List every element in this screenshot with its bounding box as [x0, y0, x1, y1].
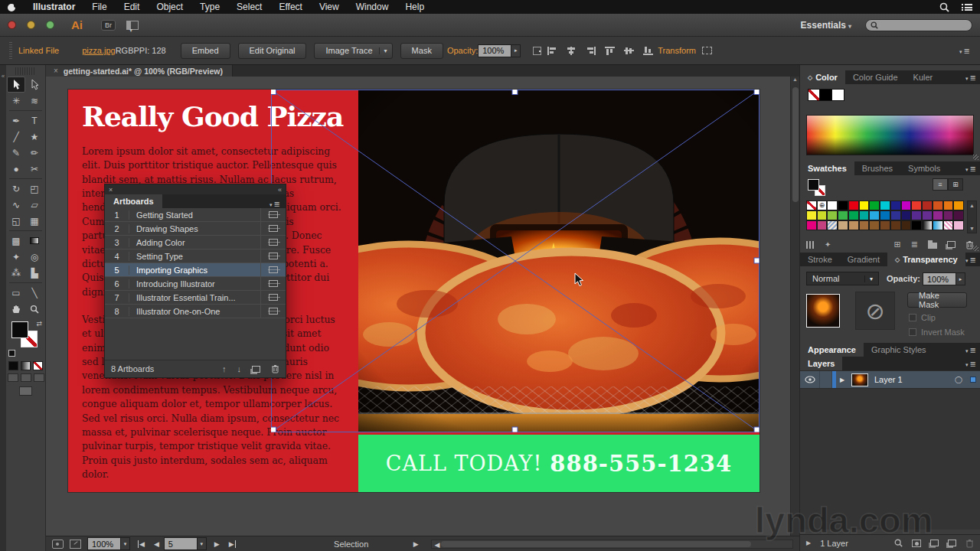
swatch-color[interactable]	[880, 210, 890, 220]
tab-transparency[interactable]: ◇Transparency	[887, 253, 965, 266]
gradient-tool[interactable]	[25, 233, 44, 249]
artboard-icon[interactable]	[261, 294, 286, 301]
artboard-name[interactable]: Drawing Shapes	[129, 222, 261, 235]
document-tab[interactable]: × getting-started.ai* @ 100% (RGB/Previe…	[46, 65, 233, 77]
swatch-color[interactable]	[859, 201, 870, 210]
symbol-sprayer-tool[interactable]: ⁂	[7, 265, 25, 281]
grid-view-button[interactable]: ⊞	[948, 178, 963, 191]
transparency-panel-menu-icon[interactable]	[965, 256, 977, 264]
swatch-color[interactable]	[922, 210, 933, 220]
close-tab-icon[interactable]: ×	[54, 67, 58, 75]
move-artboard-up-icon[interactable]: ↑	[222, 364, 227, 373]
swatch-color[interactable]	[933, 201, 943, 210]
swatch-color[interactable]	[911, 201, 922, 210]
menu-select[interactable]: Select	[237, 2, 262, 12]
artboard-row-5[interactable]: 5Importing Graphics	[105, 263, 286, 277]
swatch-color[interactable]	[890, 210, 901, 220]
dock-footer-expand-icon[interactable]: ▶	[806, 540, 811, 546]
tab-swatches[interactable]: Swatches	[800, 161, 854, 175]
swatch-color[interactable]	[911, 210, 922, 220]
color-panel-menu-icon[interactable]	[965, 73, 977, 82]
blend-tool[interactable]: ◎	[25, 249, 44, 265]
apple-menu-icon[interactable]	[8, 2, 16, 11]
canvas[interactable]: Really Good Pizza Lorem ipsum dolor sit …	[46, 77, 790, 536]
fill-stroke-control[interactable]: ⇄	[6, 320, 44, 358]
pencil-tool[interactable]: ✏	[25, 145, 44, 161]
swap-fill-stroke-icon[interactable]: ⇄	[36, 320, 42, 328]
type-tool[interactable]: T	[25, 112, 44, 129]
zoom-tool[interactable]	[25, 301, 44, 317]
swatch-color[interactable]	[880, 201, 890, 210]
swatch-color[interactable]	[922, 201, 933, 210]
blob-brush-tool[interactable]: ●	[7, 161, 25, 177]
artboard-name[interactable]: Importing Graphics	[129, 263, 261, 276]
column-graph-tool[interactable]: ▙	[25, 265, 44, 281]
bounding-box-icon[interactable]	[702, 47, 712, 54]
mesh-tool[interactable]: ▩	[7, 233, 25, 249]
menu-file[interactable]: File	[92, 2, 106, 12]
scissors-tool[interactable]: ✂	[25, 161, 44, 177]
artboard-name[interactable]: Illustrator One-on-One	[129, 305, 261, 318]
zoom-window-button[interactable]	[46, 21, 54, 29]
status-refresh-icon[interactable]	[52, 540, 64, 549]
edit-original-button[interactable]: Edit Original	[238, 43, 307, 59]
opacity-label[interactable]: Opacity:	[447, 46, 478, 55]
artboard-icon[interactable]	[261, 308, 286, 315]
swatches-fill-indicator[interactable]	[808, 179, 819, 191]
swatch-pattern[interactable]	[827, 220, 838, 230]
vertical-scrollbar-thumb[interactable]	[792, 87, 799, 202]
color-spectrum[interactable]	[806, 115, 974, 155]
menu-window[interactable]: Window	[356, 2, 389, 12]
move-artboard-down-icon[interactable]: ↓	[237, 364, 242, 373]
lasso-tool[interactable]: ≋	[25, 93, 44, 109]
pizza-photo[interactable]	[358, 90, 760, 432]
swatch-color[interactable]	[848, 210, 859, 220]
swatch-color[interactable]	[901, 210, 912, 220]
eyedropper-tool[interactable]: ✦	[7, 249, 25, 265]
swatch-color[interactable]	[890, 220, 901, 230]
first-artboard-button[interactable]: ◀	[138, 540, 145, 548]
tab-layers[interactable]: Layers	[800, 357, 842, 370]
fill-swatch[interactable]	[11, 321, 28, 338]
swatch-libraries-icon[interactable]	[806, 241, 815, 249]
zoom-level-field[interactable]: 100%	[87, 537, 121, 550]
swatch-color[interactable]	[848, 201, 859, 210]
vertical-scrollbar[interactable]: ▲	[790, 77, 799, 536]
tab-color-guide[interactable]: Color Guide	[845, 70, 906, 84]
shape-builder-tool[interactable]: ◱	[7, 213, 25, 229]
artboard-row-3[interactable]: 3Adding Color	[105, 236, 286, 249]
swatch-color[interactable]	[953, 201, 964, 210]
artboard-name[interactable]: Adding Color	[129, 236, 261, 249]
zoom-level-dropdown[interactable]: ▾	[121, 537, 130, 550]
none-swatch-icon[interactable]	[808, 89, 820, 101]
artboard-number-field[interactable]: 5	[164, 537, 198, 550]
swatch-color[interactable]	[953, 220, 964, 230]
layers-panel-menu-icon[interactable]	[965, 360, 977, 368]
status-readout-menu-icon[interactable]: ▶	[413, 540, 419, 548]
layer-expand-icon[interactable]: ▶	[836, 371, 848, 388]
horizontal-scroll-left-icon[interactable]: ◀	[435, 541, 440, 549]
cta-bar[interactable]: CALL TODAY! 888-555-1234	[358, 435, 760, 492]
new-artboard-icon[interactable]	[252, 366, 260, 373]
minimize-window-button[interactable]	[27, 21, 35, 29]
align-top-icon[interactable]	[605, 47, 615, 55]
swatch-color[interactable]	[827, 201, 838, 210]
list-view-button[interactable]: ≡	[933, 178, 948, 191]
tab-brushes[interactable]: Brushes	[854, 161, 900, 175]
tab-color[interactable]: ◇Color	[800, 70, 845, 84]
selection-tool[interactable]	[7, 77, 25, 93]
gradient-button[interactable]	[21, 361, 31, 370]
horizontal-scrollbar[interactable]: ◀	[431, 540, 793, 549]
layer-name[interactable]: Layer 1	[871, 371, 951, 388]
artboard-row-8[interactable]: 8Illustrator One-on-One	[105, 305, 286, 318]
clip-checkbox[interactable]	[909, 314, 916, 321]
swatch-color[interactable]	[806, 220, 817, 230]
linked-filename[interactable]: pizza.jpg	[82, 46, 115, 55]
artboard-name[interactable]: Introducing Illustrator	[129, 277, 261, 290]
notification-center-icon[interactable]	[962, 3, 972, 11]
draw-normal-mode-button[interactable]	[8, 373, 18, 382]
layer-lock-cell[interactable]	[820, 371, 832, 388]
horizontal-scrollbar-thumb[interactable]	[441, 541, 751, 547]
menu-type[interactable]: Type	[200, 2, 220, 12]
menu-effect[interactable]: Effect	[279, 2, 302, 12]
